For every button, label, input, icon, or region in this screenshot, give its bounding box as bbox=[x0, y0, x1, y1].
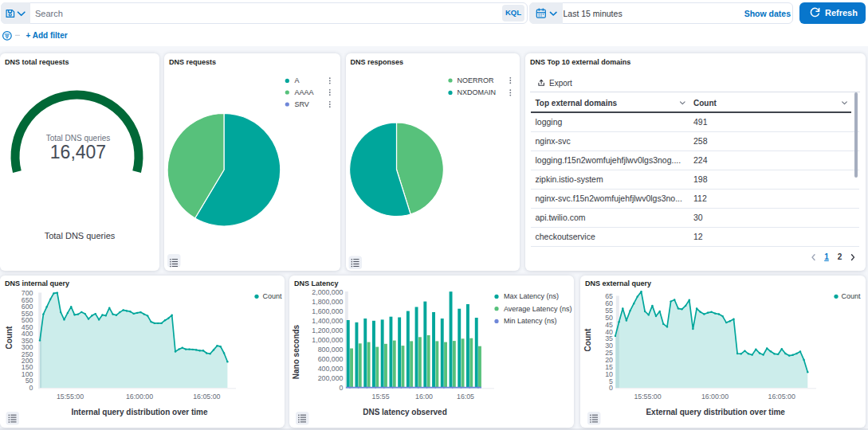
svg-text:2,000,000: 2,000,000 bbox=[312, 288, 343, 296]
svg-text:800,000: 800,000 bbox=[318, 346, 344, 354]
svg-text:0: 0 bbox=[340, 384, 344, 392]
svg-text:600,000: 600,000 bbox=[318, 355, 344, 363]
svg-text:16:05:00: 16:05:00 bbox=[193, 393, 220, 401]
svg-text:35: 35 bbox=[605, 334, 613, 342]
svg-text:30: 30 bbox=[605, 342, 613, 350]
svg-text:15:55: 15:55 bbox=[372, 393, 390, 401]
svg-text:16:05: 16:05 bbox=[457, 393, 474, 401]
svg-text:55: 55 bbox=[605, 307, 613, 315]
svg-text:15:55:00: 15:55:00 bbox=[634, 393, 661, 401]
svg-text:200,000: 200,000 bbox=[318, 374, 344, 382]
svg-text:16:00:00: 16:00:00 bbox=[701, 393, 729, 401]
svg-text:16:00:00: 16:00:00 bbox=[126, 393, 153, 401]
svg-text:16:05:00: 16:05:00 bbox=[768, 393, 795, 401]
svg-text:1,200,000: 1,200,000 bbox=[312, 326, 343, 334]
svg-text:1,400,000: 1,400,000 bbox=[312, 317, 343, 325]
svg-text:1,000,000: 1,000,000 bbox=[312, 336, 343, 344]
svg-text:0: 0 bbox=[609, 384, 613, 392]
svg-text:40: 40 bbox=[605, 328, 613, 336]
svg-text:25: 25 bbox=[605, 349, 613, 357]
svg-text:200: 200 bbox=[22, 357, 33, 365]
svg-text:50: 50 bbox=[605, 314, 613, 322]
svg-text:10: 10 bbox=[605, 370, 613, 378]
svg-text:5: 5 bbox=[609, 377, 613, 385]
svg-text:1,800,000: 1,800,000 bbox=[312, 298, 343, 306]
svg-text:65: 65 bbox=[605, 292, 613, 300]
svg-text:15: 15 bbox=[605, 363, 613, 371]
svg-text:15:55:00: 15:55:00 bbox=[57, 393, 84, 401]
svg-text:400,000: 400,000 bbox=[318, 365, 344, 373]
svg-text:1,600,000: 1,600,000 bbox=[312, 307, 343, 315]
svg-text:700: 700 bbox=[22, 289, 33, 297]
svg-text:45: 45 bbox=[605, 321, 613, 329]
svg-text:20: 20 bbox=[605, 356, 613, 364]
svg-text:60: 60 bbox=[605, 299, 613, 307]
svg-text:16:00: 16:00 bbox=[415, 393, 433, 401]
